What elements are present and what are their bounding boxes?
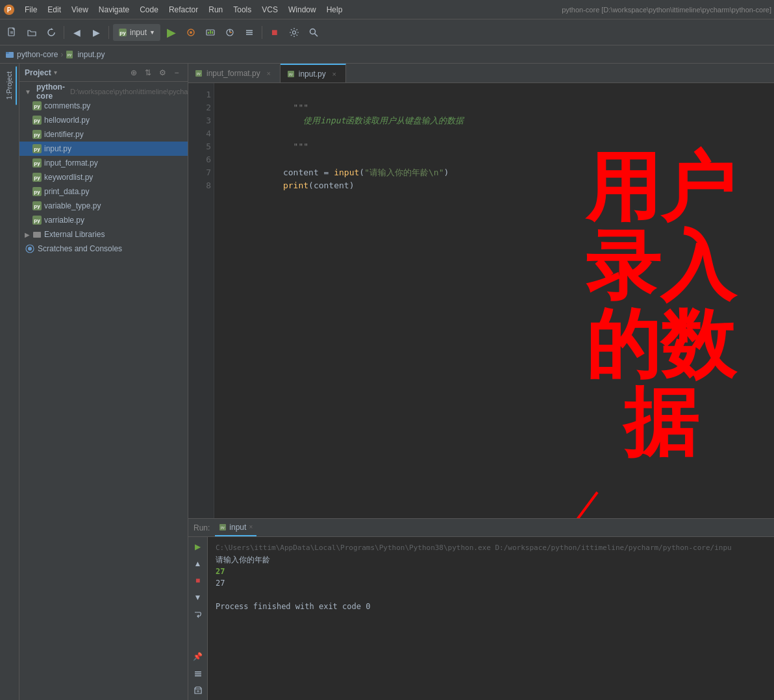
search-button[interactable]	[305, 24, 322, 41]
svg-point-18	[310, 29, 315, 34]
menu-run[interactable]: Run	[203, 0, 228, 19]
tree-file-keywordlist[interactable]: py keywordlist.py	[19, 170, 188, 184]
gear-icon[interactable]: ⚙	[156, 67, 168, 79]
forward-button[interactable]: ▶	[88, 24, 105, 41]
tree-file-input[interactable]: py input.py	[19, 142, 188, 156]
settings-button[interactable]	[286, 24, 303, 41]
tree-file-name: input_format.py	[44, 158, 98, 168]
tab-close-input[interactable]: ×	[330, 69, 339, 79]
sync-button[interactable]	[43, 24, 60, 41]
py-file-icon: py	[32, 144, 42, 153]
output-line-cmd: C:\Users\ittim\AppData\Local\Programs\Py…	[216, 542, 766, 554]
code-line-4: """	[222, 127, 766, 140]
sidebar-project-tab[interactable]: 1:Project	[3, 66, 17, 105]
run-again-button[interactable]: ▶	[191, 540, 205, 554]
output-line-exit: Process finished with exit code 0	[216, 601, 766, 612]
tree-scratches[interactable]: Scratches and Consoles	[19, 242, 188, 256]
py-file-icon: py	[32, 101, 42, 110]
output-line-input-value: 27	[216, 566, 766, 577]
menu-window[interactable]: Window	[283, 0, 321, 19]
svg-point-8	[190, 31, 192, 34]
coverage-button[interactable]	[202, 24, 219, 41]
tree-file-name: print_data.py	[44, 187, 89, 196]
menu-refactor[interactable]: Refactor	[164, 0, 203, 19]
menu-file[interactable]: File	[19, 0, 42, 19]
run-panel-body: ▶ ▲ ■ ▼ 📌	[188, 537, 774, 700]
tree-file-name: variable_type.py	[44, 201, 101, 210]
code-editor[interactable]: 1 2 3 4 5 6 7 8 """ 使用input	[188, 83, 774, 518]
tree-file-input-format[interactable]: py input_format.py	[19, 156, 188, 170]
svg-rect-25	[33, 232, 41, 238]
tree-file-name: helloworld.py	[44, 116, 90, 125]
py-file-icon: py	[32, 116, 42, 125]
tree-file-name: identifier.py	[44, 130, 84, 139]
menu-edit[interactable]: Edit	[42, 0, 66, 19]
profile-button[interactable]	[221, 24, 238, 41]
separator-2	[108, 26, 109, 39]
run-button[interactable]: ▶	[163, 24, 180, 41]
run-manage-button[interactable]	[241, 24, 258, 41]
menu-navigate[interactable]: Navigate	[94, 0, 134, 19]
menu-view[interactable]: View	[66, 0, 94, 19]
collapse-button[interactable]: ⇅	[142, 67, 154, 79]
svg-point-17	[292, 31, 295, 34]
breadcrumb-project[interactable]: python-core	[5, 50, 58, 59]
tree-file-print-data[interactable]: py print_data.py	[19, 184, 188, 199]
menu-code[interactable]: Code	[134, 0, 164, 19]
chevron-right-icon: ▶	[25, 231, 30, 238]
svg-line-19	[314, 33, 318, 36]
run-config-selector[interactable]: py input ▼	[113, 24, 160, 41]
open-button[interactable]	[23, 24, 40, 41]
breadcrumb-file[interactable]: py input.py	[66, 50, 105, 59]
py-file-icon: py	[32, 173, 42, 182]
py-file-icon: py	[32, 216, 42, 225]
tab-input-format[interactable]: py input_format.py ×	[188, 64, 281, 82]
tree-external-libraries[interactable]: ▶ External Libraries	[19, 227, 188, 242]
settings-run-button[interactable]	[191, 666, 205, 681]
svg-text:py: py	[221, 525, 225, 529]
svg-rect-38	[195, 675, 201, 677]
scroll-down-button[interactable]: ▼	[191, 590, 205, 605]
tree-file-name: varriable.py	[44, 216, 84, 225]
svg-rect-36	[195, 671, 201, 673]
tree-file-name: input.py	[44, 144, 71, 153]
scroll-up-button[interactable]: ▲	[191, 556, 205, 571]
svg-text:py: py	[197, 71, 201, 75]
run-output: C:\Users\ittim\AppData\Local\Programs\Py…	[208, 537, 774, 700]
stop-run-button[interactable]: ■	[191, 573, 205, 588]
tree-file-identifier[interactable]: py identifier.py	[19, 127, 188, 142]
menu-help[interactable]: Help	[321, 0, 348, 19]
tree-file-comments[interactable]: py comments.py	[19, 99, 188, 113]
back-button[interactable]: ◀	[68, 24, 85, 41]
tree-file-variable-type[interactable]: py variable_type.py	[19, 199, 188, 213]
tree-root-path: D:\workspace\python\ittimeline\pychar	[70, 88, 188, 95]
menu-tools[interactable]: Tools	[228, 0, 256, 19]
tree-external-name: External Libraries	[44, 230, 105, 239]
menu-vcs[interactable]: VCS	[256, 0, 283, 19]
config-dropdown-icon: ▼	[149, 29, 155, 36]
tab-input[interactable]: py input.py ×	[281, 64, 346, 82]
py-file-icon: py	[32, 201, 42, 210]
run-tab-input[interactable]: py input ×	[215, 519, 256, 536]
breadcrumb-separator: ›	[60, 50, 63, 59]
debug-button[interactable]	[182, 24, 199, 41]
file-tree-panel: Project ▾ ⊕ ⇅ ⚙ − ▼ python-core D:\works…	[19, 64, 188, 700]
close-panel-button[interactable]: −	[171, 67, 182, 79]
clear-button[interactable]	[191, 683, 205, 697]
sidebar-strip: 1:Project	[0, 64, 19, 700]
panel-dropdown-icon[interactable]: ▾	[54, 69, 57, 76]
tree-file-varriable[interactable]: py varriable.py	[19, 213, 188, 227]
py-file-icon: py	[32, 187, 42, 196]
scope-button[interactable]: ⊕	[128, 67, 140, 79]
tab-close-input-format[interactable]: ×	[264, 69, 273, 78]
wrap-button[interactable]	[191, 607, 205, 621]
output-line-prompt: 请输入你的年龄	[216, 554, 766, 566]
run-tab-close-icon[interactable]: ×	[249, 523, 253, 531]
tree-root-project[interactable]: ▼ python-core D:\workspace\python\ittime…	[19, 84, 188, 99]
stop-button[interactable]: ■	[266, 24, 283, 41]
pin-button[interactable]: 📌	[191, 649, 205, 664]
svg-point-27	[28, 247, 32, 251]
new-file-button[interactable]	[4, 24, 21, 41]
code-content[interactable]: """ 使用input函数读取用户从键盘输入的数据 """	[214, 83, 774, 518]
tree-file-helloworld[interactable]: py helloworld.py	[19, 113, 188, 127]
